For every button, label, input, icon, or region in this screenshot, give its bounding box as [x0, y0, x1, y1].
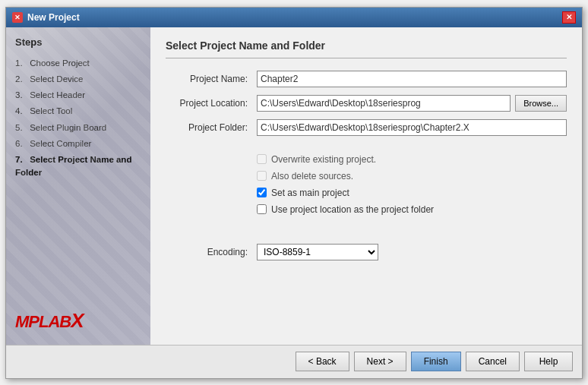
- step-1: 1. Choose Project: [15, 55, 141, 71]
- window-title: New Project: [27, 12, 80, 23]
- steps-title: Steps: [15, 36, 141, 48]
- project-location-row: Project Location: Browse...: [166, 95, 567, 112]
- main-title: Select Project Name and Folder: [166, 39, 567, 58]
- new-project-window: ✕ New Project ✕ Steps 1. Choose Project …: [5, 7, 583, 379]
- checkbox-use-location-row: Use project location as the project fold…: [257, 204, 567, 215]
- overwrite-label: Overwrite existing project.: [271, 154, 376, 165]
- step-6: 6. Select Compiler: [15, 136, 141, 152]
- help-button[interactable]: Help: [524, 352, 573, 371]
- project-location-label: Project Location:: [166, 98, 257, 109]
- main-project-label: Set as main project: [271, 188, 349, 198]
- next-button[interactable]: Next >: [354, 352, 406, 371]
- footer: < Back Next > Finish Cancel Help: [6, 345, 582, 378]
- encoding-label: Encoding:: [166, 247, 257, 257]
- step-5: 5. Select Plugin Board: [15, 120, 141, 136]
- title-bar-left: ✕ New Project: [12, 12, 80, 23]
- checkbox-overwrite-row: Overwrite existing project.: [257, 154, 567, 165]
- browse-button[interactable]: Browse...: [515, 95, 567, 112]
- checkbox-main-project-row: Set as main project: [257, 188, 567, 198]
- use-location-checkbox[interactable]: [257, 204, 267, 214]
- step-7-active: 7. Select Project Name and Folder: [15, 152, 141, 181]
- main-content: Select Project Name and Folder Project N…: [150, 27, 582, 345]
- checkboxes-section: Overwrite existing project. Also delete …: [257, 154, 567, 221]
- title-bar: ✕ New Project ✕: [6, 8, 582, 27]
- encoding-select[interactable]: ISO-8859-1 UTF-8 UTF-16: [257, 244, 378, 260]
- project-name-label: Project Name:: [166, 74, 257, 84]
- step-3: 3. Select Header: [15, 87, 141, 103]
- encoding-row: Encoding: ISO-8859-1 UTF-8 UTF-16: [166, 244, 567, 260]
- step-4: 4. Select Tool: [15, 103, 141, 119]
- mplabx-logo: MPLABX: [15, 309, 84, 333]
- main-project-checkbox[interactable]: [257, 188, 267, 197]
- back-button[interactable]: < Back: [296, 352, 349, 371]
- overwrite-checkbox[interactable]: [257, 154, 267, 164]
- project-name-input[interactable]: [257, 71, 567, 87]
- project-folder-label: Project Folder:: [166, 122, 257, 133]
- cancel-button[interactable]: Cancel: [466, 352, 520, 371]
- project-name-row: Project Name:: [166, 71, 567, 87]
- delete-sources-label: Also delete sources.: [271, 171, 353, 181]
- step-2: 2. Select Device: [15, 71, 141, 87]
- steps-list: 1. Choose Project 2. Select Device 3. Se…: [15, 55, 141, 181]
- app-icon: ✕: [12, 12, 23, 23]
- sidebar: Steps 1. Choose Project 2. Select Device…: [6, 27, 150, 345]
- project-location-input[interactable]: [257, 95, 511, 112]
- delete-sources-checkbox[interactable]: [257, 171, 267, 181]
- finish-button[interactable]: Finish: [411, 352, 461, 371]
- checkbox-delete-row: Also delete sources.: [257, 171, 567, 181]
- use-location-label: Use project location as the project fold…: [271, 204, 434, 215]
- content-area: Steps 1. Choose Project 2. Select Device…: [6, 27, 582, 345]
- project-folder-input[interactable]: [257, 119, 567, 136]
- project-folder-row: Project Folder:: [166, 119, 567, 136]
- close-button[interactable]: ✕: [562, 11, 576, 24]
